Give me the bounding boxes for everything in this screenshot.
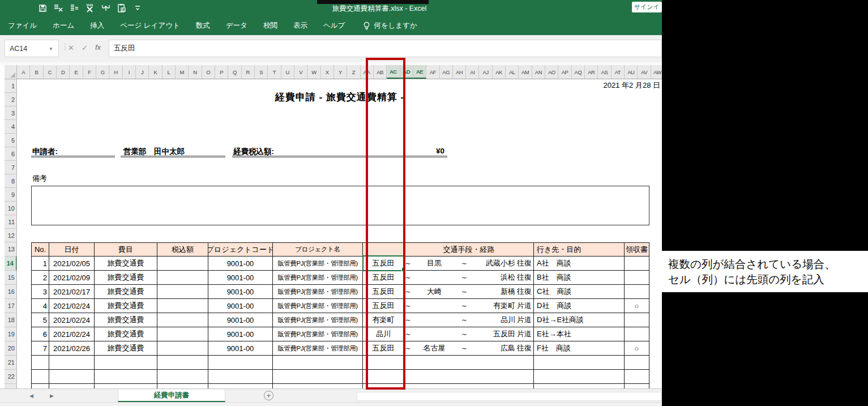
column-header-AN[interactable]: AN	[532, 65, 545, 79]
qat-more-icon[interactable]	[132, 3, 143, 13]
cell-project-name[interactable]	[273, 356, 363, 370]
ribbon-tab-3[interactable]: ページ レイアウト	[112, 16, 188, 35]
column-header-AB[interactable]: AB	[374, 65, 387, 79]
cell-amount[interactable]	[157, 327, 208, 341]
cell-receipt[interactable]	[625, 285, 649, 299]
cell-date[interactable]: 2021/02/24	[49, 313, 95, 327]
row-header-3[interactable]: 3	[5, 106, 17, 120]
column-header-AP[interactable]: AP	[558, 65, 571, 79]
ribbon-tab-7[interactable]: 表示	[285, 16, 315, 35]
table-header-6[interactable]	[363, 242, 404, 257]
cell-category[interactable]: 旅費交通費	[95, 327, 157, 341]
cell-destination[interactable]	[534, 370, 625, 384]
cell-route-detail[interactable]: ～～五反田片道	[404, 327, 534, 341]
cell-route-from[interactable]: 五反田	[363, 285, 404, 299]
row-header-13[interactable]: 13	[5, 242, 17, 257]
cell-amount[interactable]	[157, 370, 208, 384]
table-header-7[interactable]: 交通手段・経路	[404, 242, 534, 257]
cell-route-from[interactable]: 五反田	[363, 299, 404, 313]
cell-no[interactable]: 3	[31, 285, 49, 299]
cell-project-name[interactable]	[273, 384, 363, 388]
cell-date[interactable]	[49, 384, 95, 388]
cell-date[interactable]: 2021/02/26	[49, 341, 95, 356]
row-header-22[interactable]: 22	[5, 370, 17, 384]
cell-route-detail[interactable]	[404, 356, 534, 370]
ribbon-tab-8[interactable]: ヘルプ	[315, 16, 353, 35]
notes-box[interactable]	[31, 186, 649, 225]
cell-no[interactable]: 1	[31, 257, 49, 271]
column-header-AV[interactable]: AV	[638, 65, 651, 79]
cell-no[interactable]	[31, 370, 49, 384]
row-header-5[interactable]: 5	[5, 134, 17, 147]
insert-function-icon[interactable]: fx	[95, 43, 101, 52]
column-header-AE[interactable]: AE	[413, 65, 426, 79]
row-header-20[interactable]: 20	[5, 341, 17, 356]
cell-project-name[interactable]: 販管費PJ(営業部・管理部用)	[273, 257, 363, 271]
cell-project-code[interactable]: 9001-00	[208, 313, 273, 327]
cell-route-detail[interactable]: ～～有楽町片道	[404, 299, 534, 313]
cell-destination[interactable]: E社→本社	[534, 327, 625, 341]
column-header-G[interactable]: G	[96, 65, 109, 79]
table-header-9[interactable]: 領収書	[625, 242, 649, 257]
cell-route-detail[interactable]	[404, 370, 534, 384]
row-header-16[interactable]: 16	[5, 285, 17, 299]
column-header-L[interactable]: L	[163, 65, 176, 79]
cell-category[interactable]: 旅費交通費	[95, 299, 157, 313]
row-header-19[interactable]: 19	[5, 327, 17, 341]
cell-project-code[interactable]: 9001-00	[208, 285, 273, 299]
select-all-corner[interactable]	[5, 65, 17, 79]
add-sheet-icon[interactable]: +	[264, 391, 273, 400]
column-header-AO[interactable]: AO	[545, 65, 558, 79]
ribbon-tab-5[interactable]: データ	[218, 16, 255, 35]
row-header-7[interactable]: 7	[5, 161, 17, 174]
cell-category[interactable]: 旅費交通費	[95, 313, 157, 327]
column-header-AQ[interactable]: AQ	[572, 65, 585, 79]
ribbon-tab-4[interactable]: 数式	[188, 16, 218, 35]
enter-icon[interactable]: ✓	[82, 44, 88, 52]
cell-date[interactable]: 2021/02/24	[49, 327, 95, 341]
column-header-A[interactable]: A	[17, 65, 30, 79]
cell-project-code[interactable]: 9001-00	[208, 271, 273, 285]
cell-destination[interactable]: D社→E社商談	[534, 313, 625, 327]
column-header-Y[interactable]: Y	[334, 65, 347, 79]
column-header-R[interactable]: R	[242, 65, 255, 79]
cell-project-name[interactable]: 販管費PJ(営業部・管理部用)	[273, 341, 363, 356]
row-header-2[interactable]: 2	[5, 93, 17, 106]
tell-me-box[interactable]: 何をしますか	[353, 21, 417, 31]
column-header-W[interactable]: W	[307, 65, 320, 79]
column-header-S[interactable]: S	[255, 65, 268, 79]
table-header-3[interactable]: 税込額	[157, 242, 208, 257]
cell-route-from[interactable]	[363, 370, 404, 384]
cell-destination[interactable]: B社 商談	[534, 271, 625, 285]
cell-category[interactable]	[95, 356, 157, 370]
column-header-Z[interactable]: Z	[347, 65, 360, 79]
cell-receipt[interactable]	[625, 257, 649, 271]
column-header-AJ[interactable]: AJ	[479, 65, 492, 79]
cell-amount[interactable]	[157, 356, 208, 370]
column-header-AT[interactable]: AT	[612, 65, 625, 79]
cell-no[interactable]: 7	[31, 341, 49, 356]
column-header-J[interactable]: J	[136, 65, 149, 79]
cell-amount[interactable]	[157, 384, 208, 388]
column-header-C[interactable]: C	[44, 65, 57, 79]
column-header-AR[interactable]: AR	[585, 65, 598, 79]
cell-category[interactable]: 旅費交通費	[95, 285, 157, 299]
cell-amount[interactable]	[157, 313, 208, 327]
cell-destination[interactable]: C社 商談	[534, 285, 625, 299]
column-header-I[interactable]: I	[123, 65, 136, 79]
cell-project-code[interactable]: 9001-00	[208, 327, 273, 341]
cell-date[interactable]	[49, 370, 95, 384]
cell-amount[interactable]	[157, 285, 208, 299]
column-header-AK[interactable]: AK	[493, 65, 506, 79]
cell-date[interactable]	[49, 356, 95, 370]
column-header-AA[interactable]: AA	[361, 65, 374, 79]
row-header-17[interactable]: 17	[5, 299, 17, 313]
cell-category[interactable]	[95, 370, 157, 384]
cell-route-detail[interactable]: ～目黒～武蔵小杉往復	[404, 257, 534, 271]
row-header-4[interactable]: 4	[5, 120, 17, 134]
column-header-AL[interactable]: AL	[506, 65, 519, 79]
sheet-tab-active[interactable]: 経費申請書	[118, 390, 225, 402]
cell-route-detail[interactable]: ～名古屋～広島往復	[404, 341, 534, 356]
cell-date[interactable]: 2021/02/24	[49, 299, 95, 313]
cell-amount[interactable]	[157, 341, 208, 356]
